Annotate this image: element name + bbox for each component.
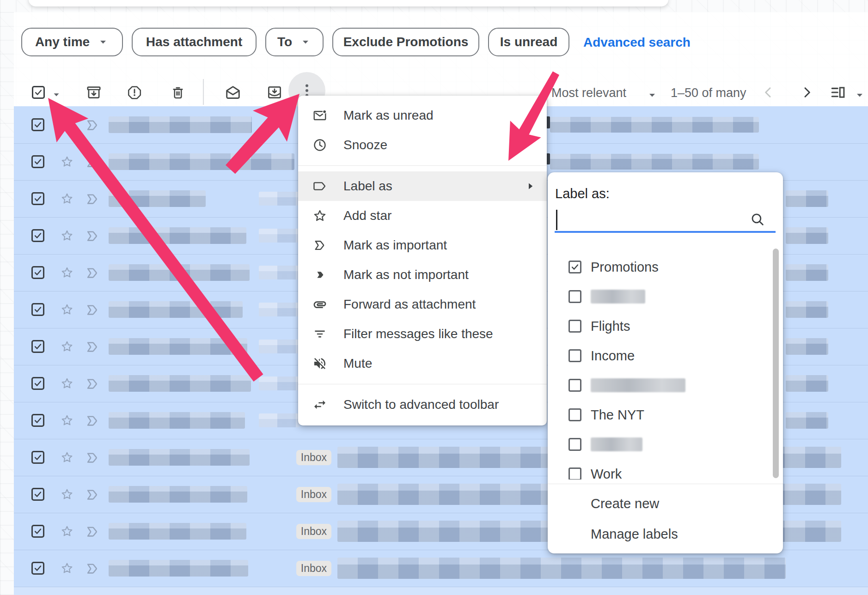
importance-marker-icon[interactable] — [85, 524, 100, 540]
label-option-flights[interactable]: Flights — [548, 311, 770, 341]
label-option-promotions[interactable]: Promotions — [548, 252, 770, 282]
label-option-redacted[interactable] — [548, 430, 770, 459]
star-icon[interactable] — [60, 266, 74, 279]
checkbox-unchecked[interactable] — [568, 320, 581, 333]
label-option-redacted[interactable] — [548, 370, 770, 400]
row-checkbox[interactable] — [31, 488, 44, 501]
delete-icon[interactable] — [170, 85, 186, 100]
filter-chip-has-attachment[interactable]: Has attachment — [132, 28, 257, 56]
label-option-the-nyt[interactable]: The NYT — [548, 400, 770, 430]
row-checkbox[interactable] — [31, 451, 44, 464]
importance-marker-icon[interactable] — [85, 117, 100, 133]
mark-unread-icon — [312, 108, 327, 123]
filter-chip-any-time[interactable]: Any time — [21, 28, 123, 56]
importance-marker-icon[interactable] — [85, 561, 100, 577]
checkbox-unchecked[interactable] — [568, 349, 581, 362]
importance-marker-icon[interactable] — [85, 450, 100, 466]
star-icon[interactable] — [60, 524, 74, 538]
star-icon[interactable] — [60, 413, 74, 427]
manage-labels-button[interactable]: Manage labels — [548, 519, 783, 549]
star-icon[interactable] — [60, 450, 74, 464]
row-checkbox[interactable] — [31, 562, 44, 575]
filter-chip-exclude-promotions[interactable]: Exclude Promotions — [332, 28, 479, 56]
importance-marker-icon[interactable] — [85, 413, 100, 429]
row-checkbox[interactable] — [31, 525, 44, 538]
row-checkbox[interactable] — [31, 155, 44, 168]
importance-marker-icon[interactable] — [85, 339, 100, 355]
menu-item-mark-as-important[interactable]: Mark as important — [298, 231, 547, 260]
importance-marker-icon[interactable] — [85, 191, 100, 207]
checkbox-checked[interactable] — [568, 261, 581, 273]
menu-item-label: Switch to advanced toolbar — [343, 397, 499, 412]
submenu-arrow-icon — [524, 180, 537, 193]
checkbox-unchecked[interactable] — [568, 408, 581, 421]
redacted-text-blur — [786, 338, 828, 355]
checkbox-unchecked[interactable] — [568, 438, 581, 451]
archive-icon[interactable] — [86, 84, 102, 101]
filter-chip-is-unread[interactable]: Is unread — [488, 28, 569, 56]
move-to-icon[interactable] — [266, 84, 283, 101]
star-icon[interactable] — [60, 155, 74, 169]
checkbox-unchecked[interactable] — [568, 468, 581, 480]
star-icon[interactable] — [60, 118, 74, 132]
row-checkbox[interactable] — [31, 192, 44, 205]
select-all-checkbox[interactable] — [32, 86, 45, 99]
sort-dropdown[interactable]: Most relevant — [551, 86, 626, 100]
star-icon[interactable] — [60, 229, 74, 243]
menu-item-switch-to-advanced-toolbar[interactable]: Switch to advanced toolbar — [298, 390, 547, 419]
star-icon[interactable] — [60, 561, 74, 575]
menu-item-filter-messages-like-these[interactable]: Filter messages like these — [298, 319, 547, 349]
row-checkbox[interactable] — [31, 118, 44, 131]
menu-item-mute[interactable]: Mute — [298, 349, 547, 378]
create-new-label-button[interactable]: Create new — [548, 489, 783, 518]
label-option-redacted[interactable] — [548, 282, 770, 311]
star-icon[interactable] — [60, 376, 74, 390]
menu-item-label: Forward as attachment — [343, 297, 476, 312]
label-option-income[interactable]: Income — [548, 341, 770, 370]
importance-marker-icon[interactable] — [85, 302, 100, 318]
menu-item-label: Mute — [343, 356, 372, 371]
split-view-caret-icon[interactable] — [854, 89, 866, 101]
checkbox-unchecked[interactable] — [568, 379, 581, 392]
row-checkbox[interactable] — [31, 340, 44, 353]
star-icon[interactable] — [60, 303, 74, 316]
text-cursor — [556, 210, 557, 230]
star-icon[interactable] — [60, 192, 74, 206]
label-option-work[interactable]: Work — [548, 459, 770, 480]
menu-item-mark-as-unread[interactable]: Mark as unread — [298, 101, 547, 130]
star-icon[interactable] — [60, 487, 74, 501]
filter-chip-to[interactable]: To — [265, 28, 324, 56]
checkbox-unchecked[interactable] — [568, 290, 581, 303]
importance-marker-icon[interactable] — [85, 487, 100, 503]
importance-marker-icon[interactable] — [85, 376, 100, 392]
label-as-title: Label as: — [555, 186, 610, 201]
redacted-text-blur — [109, 153, 294, 170]
menu-item-add-star[interactable]: Add star — [298, 201, 547, 231]
redacted-text-blur — [550, 154, 759, 170]
split-view-icon[interactable] — [830, 84, 846, 101]
row-checkbox[interactable] — [31, 414, 44, 427]
menu-item-forward-as-attachment[interactable]: Forward as attachment — [298, 290, 547, 319]
row-checkbox[interactable] — [31, 229, 44, 242]
row-checkbox[interactable] — [31, 303, 44, 316]
mark-read-icon[interactable] — [224, 84, 242, 101]
menu-item-mark-as-not-important[interactable]: Mark as not important — [298, 260, 547, 290]
star-icon[interactable] — [60, 340, 74, 353]
row-checkbox[interactable] — [31, 377, 44, 390]
report-spam-icon[interactable] — [127, 85, 142, 100]
importance-marker-icon[interactable] — [85, 228, 100, 244]
menu-item-label: Mark as unread — [343, 108, 434, 123]
row-checkbox[interactable] — [31, 266, 44, 279]
label-search-input[interactable] — [555, 208, 776, 231]
sort-caret-icon[interactable] — [646, 89, 658, 101]
menu-item-snooze[interactable]: Snooze — [298, 130, 547, 160]
add-star-icon — [312, 208, 327, 223]
advanced-search-link[interactable]: Advanced search — [583, 35, 691, 50]
email-row[interactable]: Inbox — [14, 550, 868, 587]
importance-marker-icon[interactable] — [85, 154, 100, 170]
label-list-scrollbar[interactable] — [773, 249, 779, 478]
chevron-right-icon[interactable] — [800, 85, 814, 100]
select-caret-icon[interactable] — [51, 89, 62, 100]
importance-marker-icon[interactable] — [85, 265, 100, 281]
menu-item-label-as[interactable]: Label as — [298, 171, 547, 201]
